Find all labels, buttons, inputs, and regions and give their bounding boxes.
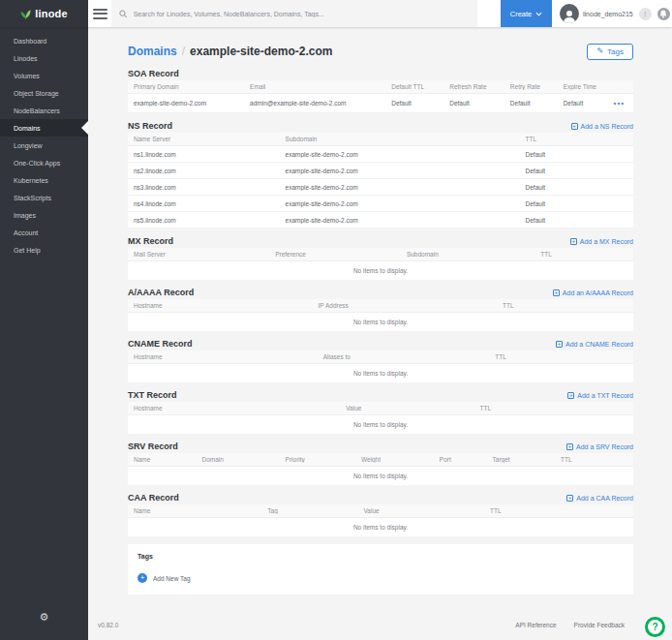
ns-ttl: Default — [520, 184, 633, 191]
sidebar-item-nodebalancers[interactable]: NodeBalancers — [0, 102, 88, 119]
sidebar-item-account[interactable]: Account — [0, 224, 88, 241]
add-mx-record-label: Add a MX Record — [580, 238, 633, 245]
add-ns-record-label: Add a NS Record — [581, 123, 633, 130]
add-txt-record-label: Add a TXT Record — [577, 392, 633, 399]
column-header: Weight — [355, 456, 434, 463]
mx-table-header: Mail Server Preference Subdomain TTL — [128, 248, 633, 261]
plus-square-icon: + — [567, 392, 574, 399]
add-cname-record-label: Add a CNAME Record — [565, 341, 633, 348]
soa-refresh-rate: Default — [443, 100, 504, 107]
breadcrumb-separator: / — [182, 45, 185, 58]
ns-ttl: Default — [520, 217, 633, 224]
ns-subdomain: example-site-demo-2.com — [280, 184, 520, 191]
column-header: TTL — [489, 353, 633, 360]
sidebar-item-kubernetes[interactable]: Kubernetes — [0, 171, 88, 189]
empty-state-row: No items to display. — [128, 313, 633, 331]
sidebar-item-images[interactable]: Images — [0, 206, 88, 224]
username-label[interactable]: linode_demo215 — [583, 11, 633, 17]
txt-table-header: Hostname Value TTL — [128, 402, 633, 415]
sidebar-item-get-help[interactable]: Get Help — [0, 241, 88, 259]
api-reference-link[interactable]: API Reference — [515, 622, 556, 628]
tags-button[interactable]: ✎ Tags — [587, 44, 633, 60]
soa-default-ttl: Default — [385, 100, 443, 107]
column-header: Subdomain — [401, 251, 535, 258]
chevron-down-icon — [535, 12, 542, 16]
add-caa-record-link[interactable]: + Add a CAA Record — [566, 495, 633, 502]
empty-state-row: No items to display. — [128, 518, 633, 536]
soa-table-header: Primary Domain Email Default TTL Refresh… — [128, 80, 633, 94]
sidebar-nav: Dashboard Linodes Volumes Object Storage… — [0, 27, 88, 640]
add-txt-record-link[interactable]: + Add a TXT Record — [567, 392, 633, 399]
column-header: Value — [358, 507, 485, 514]
sidebar-item-stackscripts[interactable]: StackScripts — [0, 189, 88, 206]
add-srv-record-label: Add a SRV Record — [576, 443, 633, 450]
user-avatar[interactable] — [560, 4, 579, 23]
add-ns-record-link[interactable]: + Add a NS Record — [571, 123, 633, 130]
sidebar-item-object-storage[interactable]: Object Storage — [0, 84, 88, 102]
ns-table: Name Server Subdomain TTL ns1.linode.com… — [128, 133, 633, 229]
provide-feedback-link[interactable]: Provide Feedback — [574, 622, 625, 628]
search-icon — [119, 10, 128, 18]
caa-record-section: CAA Record + Add a CAA Record Name Tag V… — [128, 491, 633, 536]
add-a-record-link[interactable]: + Add an A/AAAA Record — [553, 290, 633, 296]
plus-square-icon: + — [570, 238, 577, 245]
search-input[interactable] — [134, 11, 470, 17]
soa-retry-rate: Default — [504, 100, 558, 107]
sidebar-item-dashboard[interactable]: Dashboard — [0, 32, 88, 49]
sidebar-item-volumes[interactable]: Volumes — [0, 67, 88, 84]
column-header: TTL — [535, 251, 633, 258]
table-row: ns1.linode.com example-site-demo-2.com D… — [128, 146, 633, 163]
ns-subdomain: example-site-demo-2.com — [280, 217, 520, 224]
ns-ttl: Default — [520, 168, 633, 174]
linode-logo[interactable]: linode — [0, 0, 88, 27]
add-cname-record-link[interactable]: + Add a CNAME Record — [556, 341, 633, 348]
breadcrumb-domains-link[interactable]: Domains — [128, 45, 177, 58]
table-row: ns3.linode.com example-site-demo-2.com D… — [128, 179, 633, 196]
status-icon[interactable]: ! — [639, 8, 652, 20]
column-header: Name — [128, 507, 261, 514]
add-a-record-label: Add an A/AAAA Record — [563, 290, 633, 296]
column-header: Target — [487, 456, 555, 463]
add-mx-record-link[interactable]: + Add a MX Record — [570, 238, 633, 245]
empty-state-text: No items to display. — [353, 472, 408, 479]
column-header: Preference — [269, 251, 401, 258]
caa-table: Name Tag Value TTL No items to display. — [128, 504, 633, 536]
srv-table: Name Domain Priority Weight Port Target … — [128, 453, 633, 485]
empty-state-row: No items to display. — [128, 467, 633, 485]
column-header: IP Address — [313, 302, 498, 309]
ns-record-section: NS Record + Add a NS Record Name Server … — [128, 119, 633, 229]
add-new-tag-label: Add New Tag — [153, 575, 191, 582]
sidebar-item-domains[interactable]: Domains — [0, 119, 88, 137]
column-header: TTL — [555, 456, 633, 463]
column-header: Name Server — [128, 136, 280, 142]
a-record-section: A/AAAA Record + Add an A/AAAA Record Hos… — [128, 286, 633, 331]
logo-wordmark: linode — [35, 8, 68, 19]
column-header: Tag — [261, 507, 357, 514]
add-srv-record-link[interactable]: + Add a SRV Record — [566, 443, 633, 450]
column-header: TTL — [484, 507, 633, 514]
person-icon — [562, 9, 577, 23]
column-header: Name — [128, 456, 196, 463]
column-header: Hostname — [128, 405, 340, 411]
txt-table: Hostname Value TTL No items to display. — [128, 402, 633, 434]
notifications-bell-icon[interactable] — [657, 8, 670, 20]
srv-record-section: SRV Record + Add a SRV Record Name Domai… — [128, 440, 633, 485]
menu-toggle-icon[interactable] — [88, 0, 111, 27]
plus-square-icon: + — [566, 495, 573, 502]
table-row: ns2.linode.com example-site-demo-2.com D… — [128, 163, 633, 179]
sidebar-item-longview[interactable]: Longview — [0, 137, 88, 154]
add-new-tag-button[interactable]: + Add New Tag — [137, 573, 624, 583]
soa-email: admin@example-site-demo-2.com — [244, 100, 385, 107]
settings-gear-icon[interactable]: ⚙ — [0, 612, 88, 623]
column-header: Mail Server — [128, 251, 269, 258]
tags-panel-title: Tags — [137, 553, 624, 560]
column-header: Subdomain — [280, 136, 520, 142]
sidebar-item-one-click-apps[interactable]: One-Click Apps — [0, 154, 88, 171]
sidebar-item-linodes[interactable]: Linodes — [0, 49, 88, 67]
empty-state-text: No items to display. — [353, 524, 408, 531]
create-button[interactable]: Create — [501, 0, 552, 27]
mx-table: Mail Server Preference Subdomain TTL No … — [128, 248, 633, 280]
column-header: Default TTL — [385, 83, 443, 90]
table-row: ns4.linode.com example-site-demo-2.com D… — [128, 196, 633, 212]
help-button[interactable]: ? — [645, 617, 665, 637]
